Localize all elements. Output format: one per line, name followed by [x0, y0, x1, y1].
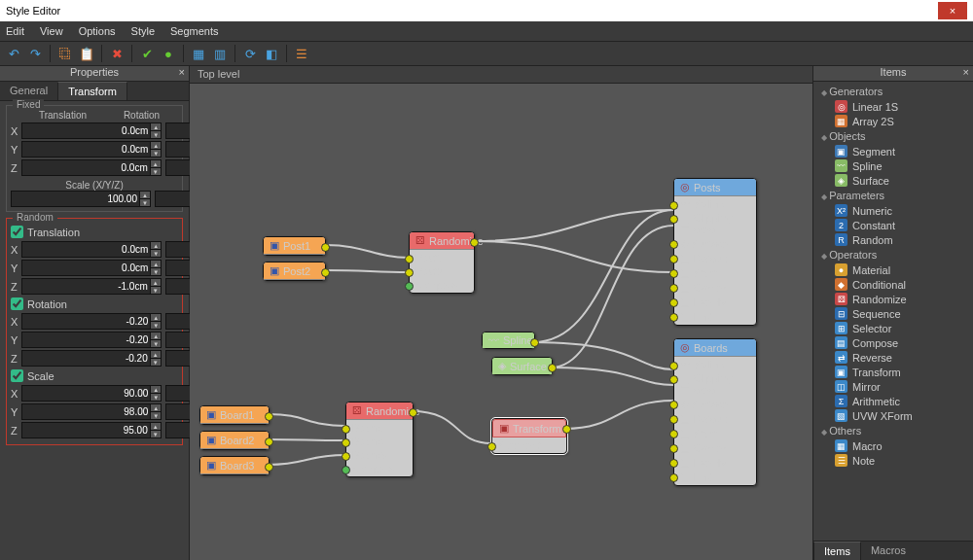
accept-button[interactable]: ✔: [137, 44, 157, 63]
item-linear1s[interactable]: ◎Linear 1S: [813, 99, 973, 114]
node-posts[interactable]: ◎Posts 〰Spline ▭Clipping area ◈Surface ▣…: [673, 178, 757, 326]
fixed-sx-input[interactable]: ▲▼: [11, 191, 151, 207]
segment-icon: ▣: [680, 456, 690, 469]
fixed-ty-input[interactable]: ▲▼: [21, 141, 162, 158]
copy-button[interactable]: ⿻: [55, 44, 75, 63]
rand-sy-min[interactable]: ▲▼: [21, 403, 162, 420]
tab-transform[interactable]: Transform: [57, 82, 127, 100]
redo-button[interactable]: ↷: [25, 44, 45, 63]
macro-icon: ▦: [835, 439, 847, 452]
list-button[interactable]: ☰: [292, 44, 311, 63]
window-close-button[interactable]: ×: [938, 2, 967, 19]
segment-icon: ▣: [680, 296, 690, 308]
node-post2[interactable]: ▣Post2: [263, 262, 326, 281]
item-randomize[interactable]: ⚄Randomize: [813, 292, 973, 306]
items-close-icon[interactable]: ×: [963, 66, 969, 78]
item-selector[interactable]: ⊞Selector: [813, 321, 973, 335]
node-post1[interactable]: ▣Post1: [263, 236, 326, 256]
item-macro[interactable]: ▦Macro: [813, 438, 973, 453]
tool-a-button[interactable]: ▦: [189, 44, 208, 63]
spline-icon: 〰: [680, 359, 691, 370]
segment-icon: ▣: [206, 408, 216, 421]
item-mirror[interactable]: ◫Mirror: [813, 379, 973, 394]
menubar: Edit View Options Style Segments: [0, 21, 973, 41]
rand-rx-min[interactable]: ▲▼: [21, 313, 162, 330]
generator-icon: ◎: [680, 181, 690, 193]
paste-button[interactable]: 📋: [77, 44, 96, 63]
rand-rz-min[interactable]: ▲▼: [21, 350, 162, 367]
tab-general[interactable]: General: [0, 82, 57, 100]
sequence-icon: ⊟: [835, 307, 847, 320]
node-randomize-posts[interactable]: ⚄Randomize Post1 Post2 <empty>: [409, 231, 475, 294]
cat-generators[interactable]: Generators: [813, 84, 973, 99]
item-constant[interactable]: 2Constant: [813, 218, 973, 232]
item-segment[interactable]: ▣Segment: [813, 144, 973, 158]
node-canvas[interactable]: Top level ▣Post1 ▣Post2 ⚄Randomize Post1…: [190, 66, 812, 560]
rand-tz-min[interactable]: ▲▼: [21, 278, 162, 295]
node-spline[interactable]: 〰Spline: [482, 332, 535, 349]
node-transform[interactable]: ▣Transform Segment: [491, 418, 567, 454]
item-sequence[interactable]: ⊟Sequence: [813, 306, 973, 321]
cat-parameters[interactable]: Parameters: [813, 188, 973, 203]
item-note[interactable]: ☰Note: [813, 453, 973, 468]
randomize-icon: ⚄: [835, 293, 847, 305]
rand-sz-min[interactable]: ▲▼: [21, 422, 162, 438]
item-surface[interactable]: ◈Surface: [813, 173, 973, 188]
item-compose[interactable]: ▤Compose: [813, 335, 973, 350]
segment-icon: ▣: [680, 266, 690, 279]
item-arithmetic[interactable]: ΣArithmetic: [813, 394, 973, 408]
node-boards[interactable]: ◎Boards 〰Spline ▭Clipping area ◈Surface …: [673, 338, 757, 486]
node-board2[interactable]: ▣Board2: [199, 431, 270, 450]
item-numeric[interactable]: X²Numeric: [813, 203, 973, 218]
delete-button[interactable]: ✖: [107, 44, 126, 63]
rand-sx-min[interactable]: ▲▼: [21, 385, 162, 402]
menu-style[interactable]: Style: [131, 25, 155, 37]
properties-close-icon[interactable]: ×: [179, 66, 185, 78]
item-conditional[interactable]: ◆Conditional: [813, 277, 973, 292]
item-transform[interactable]: ▣Transform: [813, 365, 973, 379]
constant-icon: 2: [835, 219, 847, 231]
item-material[interactable]: ●Material: [813, 262, 973, 277]
node-board3[interactable]: ▣Board3: [199, 456, 270, 475]
menu-segments[interactable]: Segments: [170, 25, 219, 37]
node-randomize-boards[interactable]: ⚄Randomize Board1 Board2 Board3 <empty>: [345, 402, 414, 477]
random-rotation-check[interactable]: Rotation: [11, 298, 178, 310]
tab-macros[interactable]: Macros: [861, 542, 916, 560]
cat-objects[interactable]: Objects: [813, 128, 973, 144]
node-board1[interactable]: ▣Board1: [199, 405, 270, 425]
surface-icon: ◈: [835, 174, 847, 187]
segment-icon: ▣: [206, 434, 216, 446]
item-uvwxform[interactable]: ▧UVW XForm: [813, 408, 973, 423]
menu-options[interactable]: Options: [79, 25, 116, 37]
random-icon: R: [835, 233, 847, 246]
tool-c-button[interactable]: ◧: [262, 44, 281, 63]
items-tree[interactable]: Generators ◎Linear 1S ▦Array 2S Objects …: [813, 82, 973, 541]
fixed-tz-input[interactable]: ▲▼: [21, 159, 162, 176]
clip-icon: ▭: [680, 218, 690, 230]
item-array2s[interactable]: ▦Array 2S: [813, 114, 973, 128]
menu-edit[interactable]: Edit: [6, 25, 24, 37]
item-spline[interactable]: 〰Spline: [813, 158, 973, 173]
rand-tx-min[interactable]: ▲▼: [21, 241, 162, 258]
random-translation-check[interactable]: Translation: [11, 226, 178, 238]
rand-ty-min[interactable]: ▲▼: [21, 260, 162, 276]
numeric-icon: X²: [835, 204, 847, 217]
node-surface[interactable]: ◈Surface: [491, 357, 553, 375]
fixed-tx-input[interactable]: ▲▼: [21, 122, 162, 139]
cat-operators[interactable]: Operators: [813, 247, 973, 262]
array-icon: ▦: [835, 115, 847, 127]
random-scale-check[interactable]: Scale: [11, 369, 178, 382]
item-random[interactable]: RRandom: [813, 232, 973, 247]
undo-button[interactable]: ↶: [4, 44, 23, 63]
items-panel: Items× Generators ◎Linear 1S ▦Array 2S O…: [812, 66, 973, 560]
tool-b-button[interactable]: ▥: [210, 44, 230, 63]
rand-ry-min[interactable]: ▲▼: [21, 332, 162, 348]
menu-view[interactable]: View: [40, 25, 63, 37]
breadcrumb[interactable]: Top level: [190, 66, 812, 84]
refresh-button[interactable]: ⟳: [240, 44, 260, 63]
cat-others[interactable]: Others: [813, 423, 973, 438]
surface-icon: ◈: [498, 360, 506, 372]
item-reverse[interactable]: ⇄Reverse: [813, 350, 973, 365]
cancel-button[interactable]: ●: [159, 44, 178, 63]
tab-items[interactable]: Items: [813, 542, 861, 560]
